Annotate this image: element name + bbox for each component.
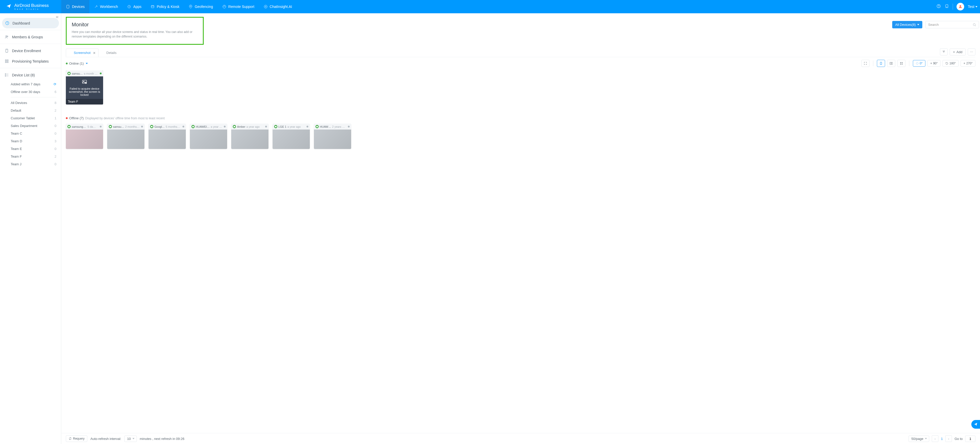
device-card-header: Googl…5 months … [148, 124, 186, 129]
user-menu[interactable]: Test [968, 5, 977, 9]
svg-rect-0 [67, 5, 69, 8]
device-card[interactable]: samsu… a month … Failed to acquire devic… [66, 70, 103, 104]
rotate-90-button[interactable]: +90° [928, 60, 940, 67]
device-time: 5 months … [165, 125, 180, 128]
footer-bar: Requery Auto-refresh interval: 10 minute… [61, 433, 980, 444]
status-dot-icon [100, 126, 102, 128]
view-single-button[interactable] [877, 60, 885, 67]
search-input[interactable]: Search [925, 21, 979, 28]
brand-logo[interactable]: AirDroid Business Sand Studio [0, 3, 61, 10]
nav-policy-label: Policy & Kiosk [157, 5, 180, 9]
sidebar-sub-item[interactable]: Customer Tablet1 [0, 114, 61, 122]
prev-page-button[interactable]: ‹ [932, 435, 939, 442]
caret-down-icon [86, 63, 88, 64]
device-card[interactable]: samsung d…5 da… [66, 124, 103, 149]
view-split-button[interactable] [887, 60, 895, 67]
device-card-header: HUAWEI…a year … [190, 124, 227, 129]
collapse-all-button[interactable] [940, 48, 948, 56]
help-icon[interactable] [936, 4, 941, 10]
offline-section-header[interactable]: Offline (7) Displayed by devices' offlin… [61, 114, 980, 123]
collapse-sidebar-button[interactable] [56, 15, 59, 20]
nav-apps[interactable]: Apps [123, 0, 146, 13]
svg-point-24 [971, 52, 972, 52]
sidebar-item-enrollment[interactable]: Device Enrollment [0, 45, 61, 56]
svg-rect-32 [902, 64, 903, 65]
sidebar-sub-count: 8 [55, 101, 56, 105]
plus-icon: + [953, 50, 955, 54]
device-card[interactable]: HUAW…2 years … [314, 124, 351, 149]
nav-policy[interactable]: Policy & Kiosk [146, 0, 184, 13]
sidebar-sub-count: 2 [55, 109, 56, 112]
user-name-label: Test [968, 5, 974, 9]
goto-page-input[interactable] [965, 436, 975, 442]
rotate-180-button[interactable]: 180° [942, 60, 959, 67]
sidebar-sub-item[interactable]: Offline over 30 days6 [0, 88, 61, 96]
requery-button[interactable]: Requery [66, 435, 87, 442]
sidebar-sub-label: Team C [11, 132, 22, 136]
view-grid-button[interactable] [897, 60, 905, 67]
sidebar-item-dashboard[interactable]: Dashboard [2, 18, 59, 28]
perpage-select[interactable]: 50/page [908, 436, 929, 442]
svg-rect-31 [900, 64, 901, 65]
svg-point-3 [190, 6, 191, 7]
sidebar-sub-item[interactable]: Team D3 [0, 137, 61, 145]
float-send-button[interactable] [971, 420, 980, 429]
sidebar-sub-label: Team F [11, 155, 22, 158]
status-dot-icon [141, 126, 143, 128]
interval-select[interactable]: 10 [124, 436, 137, 442]
nav-devices[interactable]: Devices [61, 0, 89, 13]
plus-icon: + [963, 62, 965, 65]
sidebar-sub-item[interactable]: All Devices8 [0, 99, 61, 107]
add-button[interactable]: +Add [950, 48, 966, 56]
fullscreen-button[interactable] [861, 60, 870, 67]
device-card[interactable]: Ambera year ago [231, 124, 269, 149]
top-bar: AirDroid Business Sand Studio Devices Wo… [0, 0, 980, 13]
notifications-icon[interactable] [945, 4, 949, 10]
nav-workbench[interactable]: Workbench [89, 0, 123, 13]
svg-point-8 [939, 7, 939, 7]
next-page-button[interactable]: › [945, 435, 952, 442]
nav-chatinsight-label: ChatInsight.AI [270, 5, 292, 9]
offline-label: Offline (7) [69, 116, 84, 120]
nav-devices-label: Devices [72, 5, 85, 9]
svg-point-13 [6, 36, 6, 37]
sidebar-device-list-header[interactable]: Device List (8) [0, 70, 61, 80]
device-name: samsung d… [72, 125, 86, 128]
offline-dot-icon [66, 117, 68, 119]
android-icon [191, 125, 195, 128]
sidebar-sub-item[interactable]: Team C0 [0, 129, 61, 137]
sidebar-sub-item[interactable]: Sales Department0 [0, 122, 61, 129]
device-card-header: samsu… a month … [66, 70, 103, 77]
all-devices-dropdown[interactable]: All Devices(8) [892, 21, 922, 28]
device-card-header: HUAW…2 years … [314, 124, 351, 129]
close-icon[interactable]: ✕ [93, 51, 96, 55]
nav-geofencing[interactable]: Geofencing [184, 0, 218, 13]
sidebar-item-members[interactable]: Members & Groups [0, 32, 61, 42]
online-status-filter[interactable]: Online (1) [66, 62, 88, 65]
android-icon [109, 125, 112, 128]
sidebar-sub-item[interactable]: Team E0 [0, 145, 61, 153]
perpage-label: 50/page [912, 437, 923, 441]
svg-rect-17 [7, 60, 8, 61]
nav-remote-support[interactable]: Remote Support [218, 0, 259, 13]
sidebar-templates-label: Provisioning Templates [12, 59, 49, 63]
nav-chatinsight[interactable]: ChatInsight.AI [259, 0, 297, 13]
sidebar-item-templates[interactable]: Provisioning Templates [0, 56, 61, 66]
rotate-0-button[interactable]: 0° [913, 60, 925, 67]
device-card[interactable]: HUAWEI…a year … [190, 124, 227, 149]
tab-details[interactable]: Details [99, 48, 124, 57]
sidebar-sub-item[interactable]: Team F2 [0, 153, 61, 160]
sidebar-sub-item[interactable]: Default2 [0, 107, 61, 114]
user-avatar[interactable] [956, 3, 964, 11]
sidebar-sub-item[interactable]: Added within 7 days⟳ [0, 80, 61, 88]
device-card[interactable]: samsu…2 months… [107, 124, 145, 149]
rotate-270-button[interactable]: +270° [961, 60, 975, 67]
search-placeholder: Search [928, 23, 939, 27]
device-screenshot-area [272, 129, 310, 149]
svg-point-23 [970, 52, 971, 52]
sidebar-sub-item[interactable]: Team J0 [0, 160, 61, 168]
tab-screenshot[interactable]: Screenshot✕ [66, 48, 99, 57]
more-options-button[interactable] [968, 48, 975, 56]
device-card[interactable]: LGE 1a year ago [272, 124, 310, 149]
device-card[interactable]: Googl…5 months … [148, 124, 186, 149]
